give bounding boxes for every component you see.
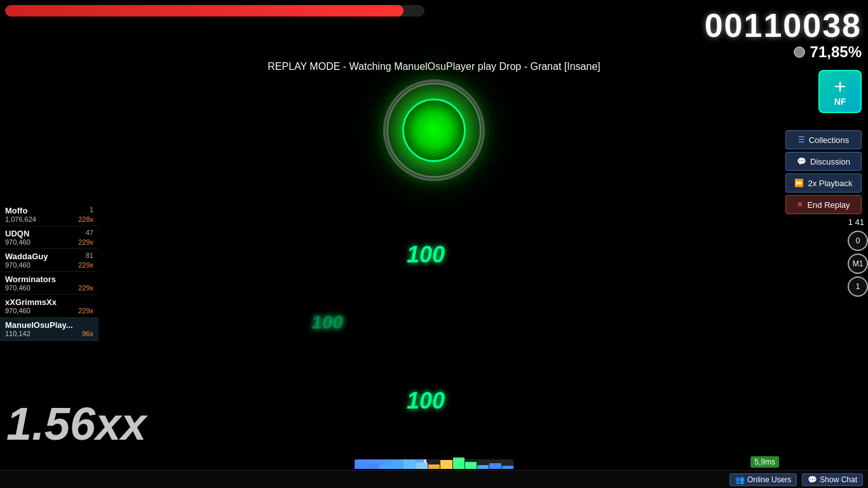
multiplier-display: 1.56xx [6,398,146,450]
key-counter-0: 0 [848,231,868,251]
hit-100-bottom: 100 [407,388,445,414]
show-chat-button[interactable]: 💬 Show Chat [802,473,863,486]
key-circle-0: 0 [848,231,868,251]
entry-rank: 81 [86,252,93,261]
hit-circle-container [386,83,482,178]
freq-bar [489,463,501,469]
entry-combo: 229x [78,284,93,292]
entry-combo: 96x [82,330,93,337]
key-circle-1: 1 [848,276,868,297]
playback-button[interactable]: ⏩ 2x Playback [785,173,862,193]
progress-bar-container [5,5,424,17]
playback-label: 2x Playback [808,179,852,188]
key-circle-m1: M1 [848,254,868,274]
end-replay-button[interactable]: ✕ End Replay [785,195,862,214]
entry-name: UDQN [5,229,29,238]
leaderboard-entry[interactable]: ManuelOsuPlay...110,14296x [0,318,98,341]
freq-bar [465,462,477,469]
nf-label: NF [834,97,846,107]
ping-display: 5,9ms [750,456,779,468]
plus-icon: + [834,76,846,97]
entry-rank: 47 [86,229,93,238]
freq-bar [453,458,465,469]
entry-name: Moffo [5,206,27,215]
entry-name: xXGrimmsXx [5,297,57,307]
hit-circle-ring [383,79,485,181]
bottom-bar: 👥 Online Users 💬 Show Chat [0,470,868,488]
discussion-button[interactable]: 💬 Discussion [785,152,862,171]
collections-button[interactable]: ☰ Collections [785,130,862,149]
right-buttons-panel: ☰ Collections 💬 Discussion ⏩ 2x Playback… [785,130,862,214]
accuracy-container: 71,85% [794,43,862,61]
collections-label: Collections [809,135,850,145]
entry-score: 1,076,624 [5,215,36,223]
entry-name: WaddaGuy [5,252,48,261]
online-users-label: Online Users [747,475,791,484]
score-display: 00110038 [705,6,862,44]
entry-combo: 229x [78,261,93,269]
key-counter-1: 1 [848,276,868,297]
freq-bar [391,461,403,469]
leaderboard-panel: Moffo11,076,624228xUDQN47970,460229xWadd… [0,203,98,341]
leaderboard-entry[interactable]: Worminators970,460229x [0,272,98,295]
chat-icon: 💬 [808,475,817,484]
end-replay-icon: ✕ [797,200,803,209]
freq-bar [428,464,440,469]
entry-name: Worminators [5,274,56,284]
freq-bar [477,465,489,469]
frequency-visualizer [355,456,513,469]
entry-score: 970,460 [5,284,31,292]
freq-bar [440,460,452,469]
key-indicators-panel: 1 41 0 M1 1 [844,216,868,297]
discussion-icon: 💬 [797,157,806,166]
leaderboard-entry[interactable]: WaddaGuy81970,460229x [0,249,98,272]
entry-score: 970,460 [5,261,31,269]
entry-score: 110,142 [5,330,31,337]
entry-rank: 1 [90,206,93,215]
hit-circle-outer [386,83,482,178]
freq-bar [416,463,428,469]
accuracy-text: 71,85% [810,43,862,61]
freq-bar [367,464,378,469]
entry-score: 970,460 [5,238,31,246]
freq-bar [379,465,391,469]
entry-combo: 228x [78,215,93,223]
hit-100-mid: 100 [311,311,343,333]
online-users-button[interactable]: 👥 Online Users [729,473,797,486]
hit-100-top: 100 [407,241,445,268]
key-count-141: 1 41 [844,216,868,228]
end-replay-label: End Replay [807,200,850,210]
leaderboard-entry[interactable]: xXGrimmsXx970,460229x [0,295,98,318]
show-chat-label: Show Chat [820,475,857,484]
nf-mod-button[interactable]: + NF [818,70,862,113]
online-users-icon: 👥 [735,475,745,484]
freq-bar [403,459,415,469]
replay-mode-text: REPLAY MODE - Watching ManuelOsuPlayer p… [268,61,600,72]
collections-icon: ☰ [798,135,805,144]
entry-name: ManuelOsuPlay... [5,320,73,330]
playback-icon: ⏩ [794,179,804,187]
discussion-label: Discussion [810,157,850,166]
entry-combo: 229x [78,307,93,315]
key-counter-m1: M1 [848,254,868,274]
freq-bar [355,466,366,469]
accuracy-circle-icon [794,46,805,58]
key-counter-row1: 1 41 [844,216,868,228]
leaderboard-entry[interactable]: Moffo11,076,624228x [0,203,98,226]
freq-bar [502,466,513,469]
entry-combo: 229x [78,238,93,246]
entry-score: 970,460 [5,307,31,315]
progress-bar-fill [5,5,403,17]
leaderboard-entry[interactable]: UDQN47970,460229x [0,226,98,249]
